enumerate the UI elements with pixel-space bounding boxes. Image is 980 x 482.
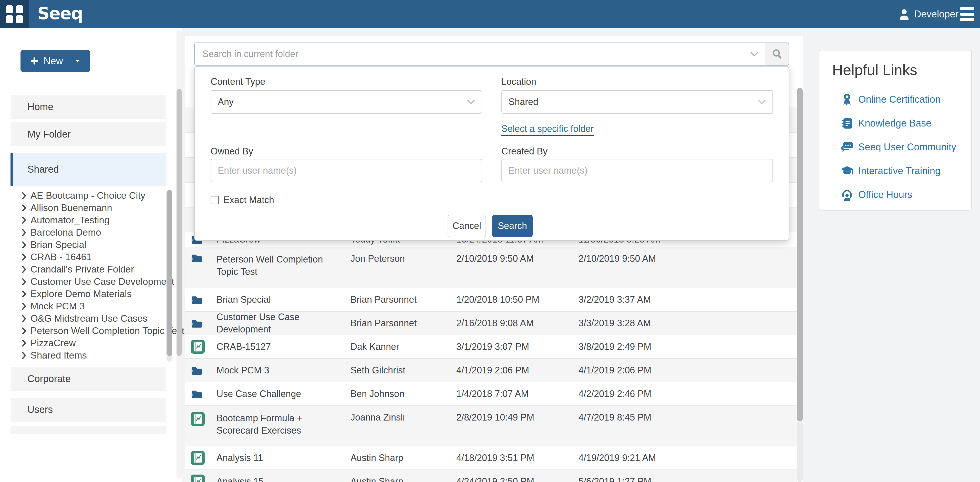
item-created-date: 1/4/2018 7:07 AM [456, 388, 579, 399]
tree-item-label: Shared Items [30, 350, 87, 361]
item-owner: Seth Gilchrist [350, 365, 456, 376]
item-name: Peterson Well Completion Topic Test [216, 253, 350, 278]
search-icon [772, 48, 783, 60]
tree-item[interactable]: Brian Special [11, 239, 164, 251]
tree-item[interactable]: Automator_Testing [11, 214, 164, 226]
cancel-button[interactable]: Cancel [448, 215, 486, 237]
link-office-hours[interactable]: Office Hours [839, 183, 967, 207]
tree-item[interactable]: Crandall's Private Folder [11, 263, 164, 275]
sidebar-item-my-folder[interactable]: My Folder [11, 122, 166, 146]
item-created-date: 1/20/2018 10:50 PM [456, 294, 579, 305]
owned-by-label: Owned By [211, 146, 253, 157]
chevron-down-icon [757, 99, 766, 105]
content-type-select[interactable]: Any [211, 90, 482, 114]
table-row[interactable]: Brian Special Brian Parsonnet 1/20/2018 … [185, 288, 797, 311]
headset-icon [839, 189, 855, 201]
search-submit-button[interactable] [765, 43, 789, 65]
item-updated-date: 3/2/2019 3:37 AM [579, 294, 701, 305]
table-row[interactable]: CRAB-15127 Dak Kanner 3/1/2019 3:07 PM 3… [185, 335, 797, 358]
chevron-right-icon [22, 217, 26, 224]
item-owner: Austin Sharp [350, 476, 456, 482]
tree-scrollbar[interactable] [167, 190, 172, 362]
person-icon [898, 8, 910, 20]
item-updated-date: 4/2/2019 2:46 PM [579, 388, 701, 399]
search-button[interactable]: Search [492, 215, 533, 237]
owned-by-input[interactable] [211, 159, 482, 182]
tree-item[interactable]: Barcelona Demo [11, 226, 164, 239]
user-menu[interactable]: Developer [898, 0, 958, 28]
search-input[interactable] [195, 43, 750, 65]
link-seeq-user-community[interactable]: Seeq User Community [839, 135, 967, 159]
helpful-links-title: Helpful Links [832, 61, 917, 78]
location-value: Shared [509, 97, 538, 107]
sidebar-item-home[interactable]: Home [11, 95, 166, 119]
chevron-down-icon [750, 51, 758, 57]
tree-item[interactable]: Peterson Well Completion Topic Test [11, 325, 164, 337]
sidebar-item-users[interactable]: Users [11, 398, 166, 422]
folder-icon [191, 389, 202, 399]
search-options-toggle[interactable] [750, 43, 765, 65]
sidebar-item-label: Home [27, 102, 53, 113]
top-navbar: Seeq Developer [0, 0, 980, 28]
hamburger-icon[interactable] [960, 7, 974, 21]
table-row[interactable]: Mock PCM 3 Seth Gilchrist 4/1/2019 2:06 … [185, 358, 797, 382]
folder-icon [191, 318, 202, 328]
item-created-date: 4/24/2019 2:50 PM [456, 476, 579, 482]
tree-item[interactable]: Mock PCM 3 [11, 300, 164, 312]
tree-item[interactable]: Explore Demo Materials [11, 288, 164, 300]
item-name: Use Case Challenge [216, 388, 350, 400]
item-updated-date: 2/10/2019 9:50 AM [579, 253, 701, 264]
tree-item[interactable]: Customer Use Case Development [11, 275, 164, 288]
tree-item[interactable]: PizzaCrew [11, 337, 164, 349]
item-owner: Jon Peterson [350, 253, 456, 264]
table-row[interactable]: Analysis 11 Austin Sharp 4/18/2019 3:51 … [185, 446, 797, 469]
item-updated-date: 4/1/2019 2:06 PM [579, 365, 701, 376]
tree-item[interactable]: CRAB - 16461 [11, 251, 164, 263]
tree-item[interactable]: O&G Midstream Use Cases [11, 312, 164, 325]
item-name: Bootcamp Formula + Scorecard Exercises [216, 412, 350, 437]
item-name: Brian Special [216, 294, 350, 306]
created-by-input[interactable] [501, 159, 773, 182]
sidebar-item-shared[interactable]: Shared [11, 153, 166, 186]
analysis-icon [191, 451, 205, 465]
location-select[interactable]: Shared [501, 90, 773, 114]
select-specific-folder-link[interactable]: Select a specific folder [501, 123, 593, 136]
chevron-right-icon [22, 290, 26, 297]
user-name-label: Developer [914, 9, 958, 20]
tree-item-label: AE Bootcamp - Choice City [30, 190, 145, 201]
tree-item[interactable]: AE Bootcamp - Choice City [11, 189, 164, 202]
tree-item-label: Explore Demo Materials [30, 289, 132, 299]
table-row[interactable]: Customer Use Case Development Brian Pars… [185, 311, 797, 335]
seeq-logo[interactable]: Seeq [37, 0, 83, 28]
tree-item[interactable]: Shared Items [11, 349, 164, 362]
tree-item-label: Brian Special [30, 239, 86, 250]
item-owner: Austin Sharp [350, 453, 456, 463]
item-owner: Brian Parsonnet [350, 294, 456, 305]
link-label: Office Hours [858, 189, 912, 200]
new-button-label: New [43, 56, 63, 67]
link-interactive-training[interactable]: Interactive Training [839, 159, 967, 183]
link-knowledge-base[interactable]: Knowledge Base [839, 111, 967, 135]
tree-item[interactable]: Allison Buenemann [11, 202, 164, 214]
new-button[interactable]: New [21, 50, 90, 72]
tree-scrollbar-thumb[interactable] [167, 190, 172, 356]
table-row[interactable]: Use Case Challenge Ben Johnson 1/4/2018 … [185, 382, 797, 406]
table-row[interactable]: Bootcamp Formula + Scorecard Exercises J… [185, 406, 797, 446]
table-row[interactable]: Peterson Well Completion Topic Test Jon … [185, 247, 797, 288]
folder-icon [191, 253, 202, 262]
grid-icon [6, 5, 23, 23]
tree-item-label: Barcelona Demo [30, 227, 101, 238]
item-updated-date: 4/7/2019 8:45 PM [579, 412, 701, 423]
chevron-right-icon [22, 340, 26, 347]
apps-menu-button[interactable] [0, 0, 29, 28]
table-row[interactable]: Analysis 15 Austin Sharp 4/24/2019 2:50 … [185, 469, 797, 482]
link-online-certification[interactable]: Online Certification [839, 87, 967, 111]
item-created-date: 2/16/2018 9:08 AM [456, 318, 579, 329]
content-scrollbar[interactable] [797, 421, 803, 482]
exact-match-checkbox[interactable] [211, 196, 219, 204]
item-owner: Dak Kanner [350, 341, 456, 352]
sidebar-scrollbar-thumb[interactable] [177, 89, 181, 356]
content-scrollbar-thumb[interactable] [797, 88, 803, 421]
caret-down-icon [75, 59, 80, 63]
sidebar-item-corporate[interactable]: Corporate [11, 367, 166, 391]
